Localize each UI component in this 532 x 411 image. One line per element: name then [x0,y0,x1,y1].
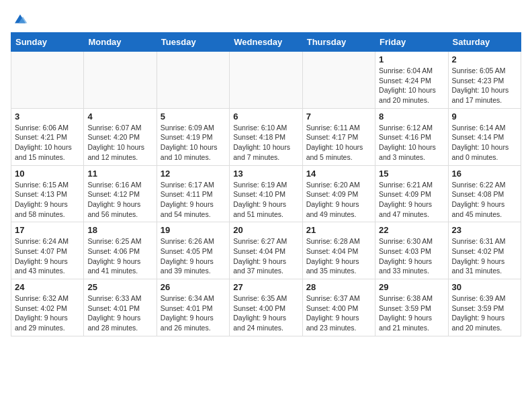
day-detail: Sunrise: 6:22 AM Sunset: 4:08 PM Dayligh… [452,180,517,220]
calendar-cell: 10Sunrise: 6:15 AM Sunset: 4:13 PM Dayli… [11,165,84,222]
day-number: 7 [306,111,371,122]
day-detail: Sunrise: 6:35 AM Sunset: 4:00 PM Dayligh… [233,293,298,333]
day-detail: Sunrise: 6:05 AM Sunset: 4:23 PM Dayligh… [452,66,517,105]
day-detail: Sunrise: 6:04 AM Sunset: 4:24 PM Dayligh… [379,66,444,105]
calendar-cell: 17Sunrise: 6:24 AM Sunset: 4:07 PM Dayli… [11,222,84,279]
day-number: 2 [452,54,517,64]
column-header-monday: Monday [84,33,157,52]
calendar-cell: 26Sunrise: 6:34 AM Sunset: 4:01 PM Dayli… [157,279,229,336]
day-number: 16 [452,169,517,179]
column-header-saturday: Saturday [448,33,521,52]
day-detail: Sunrise: 6:15 AM Sunset: 4:13 PM Dayligh… [15,180,80,220]
day-detail: Sunrise: 6:37 AM Sunset: 4:00 PM Dayligh… [306,293,371,333]
day-detail: Sunrise: 6:06 AM Sunset: 4:21 PM Dayligh… [15,123,80,163]
day-number: 1 [379,54,444,64]
day-number: 12 [161,169,226,179]
week-row-2: 3Sunrise: 6:06 AM Sunset: 4:21 PM Daylig… [11,108,521,165]
day-detail: Sunrise: 6:12 AM Sunset: 4:16 PM Dayligh… [379,123,444,163]
calendar-cell: 1Sunrise: 6:04 AM Sunset: 4:24 PM Daylig… [375,52,448,109]
day-number: 24 [15,282,80,292]
calendar-cell: 3Sunrise: 6:06 AM Sunset: 4:21 PM Daylig… [11,108,84,165]
day-detail: Sunrise: 6:32 AM Sunset: 4:02 PM Dayligh… [15,293,80,333]
calendar-cell: 15Sunrise: 6:21 AM Sunset: 4:09 PM Dayli… [375,165,448,222]
week-row-1: 1Sunrise: 6:04 AM Sunset: 4:24 PM Daylig… [11,52,521,109]
day-number: 13 [233,169,298,179]
day-number: 10 [15,169,80,179]
calendar-cell: 14Sunrise: 6:20 AM Sunset: 4:09 PM Dayli… [302,165,375,222]
day-number: 18 [87,225,152,235]
day-number: 8 [379,111,444,122]
day-detail: Sunrise: 6:16 AM Sunset: 4:12 PM Dayligh… [87,180,152,220]
calendar-cell: 30Sunrise: 6:39 AM Sunset: 3:59 PM Dayli… [448,279,521,336]
day-detail: Sunrise: 6:10 AM Sunset: 4:18 PM Dayligh… [233,123,298,163]
day-number: 20 [233,225,298,235]
calendar-cell: 24Sunrise: 6:32 AM Sunset: 4:02 PM Dayli… [11,279,84,336]
calendar-cell: 23Sunrise: 6:31 AM Sunset: 4:02 PM Dayli… [448,222,521,279]
day-number: 30 [452,282,517,292]
calendar-cell [11,52,84,109]
day-detail: Sunrise: 6:24 AM Sunset: 4:07 PM Dayligh… [15,236,80,276]
week-row-3: 10Sunrise: 6:15 AM Sunset: 4:13 PM Dayli… [11,165,521,222]
calendar-cell: 6Sunrise: 6:10 AM Sunset: 4:18 PM Daylig… [230,108,302,165]
day-number: 15 [379,169,444,179]
day-detail: Sunrise: 6:26 AM Sunset: 4:05 PM Dayligh… [161,236,226,276]
day-detail: Sunrise: 6:27 AM Sunset: 4:04 PM Dayligh… [233,236,298,276]
day-detail: Sunrise: 6:34 AM Sunset: 4:01 PM Dayligh… [161,293,226,333]
calendar-cell [157,52,229,109]
day-detail: Sunrise: 6:38 AM Sunset: 3:59 PM Dayligh… [379,293,444,333]
day-detail: Sunrise: 6:14 AM Sunset: 4:14 PM Dayligh… [452,123,517,163]
calendar-cell: 27Sunrise: 6:35 AM Sunset: 4:00 PM Dayli… [230,279,302,336]
logo-icon [12,11,28,27]
calendar-cell: 7Sunrise: 6:11 AM Sunset: 4:17 PM Daylig… [302,108,375,165]
day-detail: Sunrise: 6:39 AM Sunset: 3:59 PM Dayligh… [452,293,517,333]
column-header-tuesday: Tuesday [157,33,229,52]
calendar-cell: 25Sunrise: 6:33 AM Sunset: 4:01 PM Dayli… [84,279,157,336]
day-detail: Sunrise: 6:17 AM Sunset: 4:11 PM Dayligh… [161,180,226,220]
calendar-cell [302,52,375,109]
day-detail: Sunrise: 6:09 AM Sunset: 4:19 PM Dayligh… [161,123,226,163]
day-detail: Sunrise: 6:07 AM Sunset: 4:20 PM Dayligh… [87,123,152,163]
calendar-cell: 9Sunrise: 6:14 AM Sunset: 4:14 PM Daylig… [448,108,521,165]
day-number: 4 [87,111,152,122]
logo [11,11,28,24]
day-detail: Sunrise: 6:21 AM Sunset: 4:09 PM Dayligh… [379,180,444,220]
day-number: 3 [15,111,80,122]
calendar-cell: 16Sunrise: 6:22 AM Sunset: 4:08 PM Dayli… [448,165,521,222]
day-detail: Sunrise: 6:28 AM Sunset: 4:04 PM Dayligh… [306,236,371,276]
page-header [11,11,521,24]
calendar-cell [230,52,302,109]
week-row-4: 17Sunrise: 6:24 AM Sunset: 4:07 PM Dayli… [11,222,521,279]
day-number: 17 [15,225,80,235]
column-header-wednesday: Wednesday [230,33,302,52]
day-number: 5 [161,111,226,122]
day-detail: Sunrise: 6:25 AM Sunset: 4:06 PM Dayligh… [87,236,152,276]
day-number: 28 [306,282,371,292]
day-number: 11 [87,169,152,179]
calendar-cell: 22Sunrise: 6:30 AM Sunset: 4:03 PM Dayli… [375,222,448,279]
calendar-cell: 2Sunrise: 6:05 AM Sunset: 4:23 PM Daylig… [448,52,521,109]
day-number: 22 [379,225,444,235]
calendar-cell: 8Sunrise: 6:12 AM Sunset: 4:16 PM Daylig… [375,108,448,165]
calendar-cell: 5Sunrise: 6:09 AM Sunset: 4:19 PM Daylig… [157,108,229,165]
calendar-cell: 20Sunrise: 6:27 AM Sunset: 4:04 PM Dayli… [230,222,302,279]
day-number: 25 [87,282,152,292]
calendar-header-row: SundayMondayTuesdayWednesdayThursdayFrid… [11,33,521,52]
calendar-table: SundayMondayTuesdayWednesdayThursdayFrid… [11,32,521,336]
day-number: 27 [233,282,298,292]
day-detail: Sunrise: 6:31 AM Sunset: 4:02 PM Dayligh… [452,236,517,276]
calendar-cell: 29Sunrise: 6:38 AM Sunset: 3:59 PM Dayli… [375,279,448,336]
calendar-cell: 12Sunrise: 6:17 AM Sunset: 4:11 PM Dayli… [157,165,229,222]
day-number: 9 [452,111,517,122]
calendar-cell [84,52,157,109]
day-number: 23 [452,225,517,235]
week-row-5: 24Sunrise: 6:32 AM Sunset: 4:02 PM Dayli… [11,279,521,336]
day-number: 21 [306,225,371,235]
day-number: 6 [233,111,298,122]
column-header-sunday: Sunday [11,33,84,52]
day-number: 26 [161,282,226,292]
calendar-cell: 28Sunrise: 6:37 AM Sunset: 4:00 PM Dayli… [302,279,375,336]
calendar-cell: 11Sunrise: 6:16 AM Sunset: 4:12 PM Dayli… [84,165,157,222]
calendar-cell: 18Sunrise: 6:25 AM Sunset: 4:06 PM Dayli… [84,222,157,279]
column-header-thursday: Thursday [302,33,375,52]
day-number: 19 [161,225,226,235]
